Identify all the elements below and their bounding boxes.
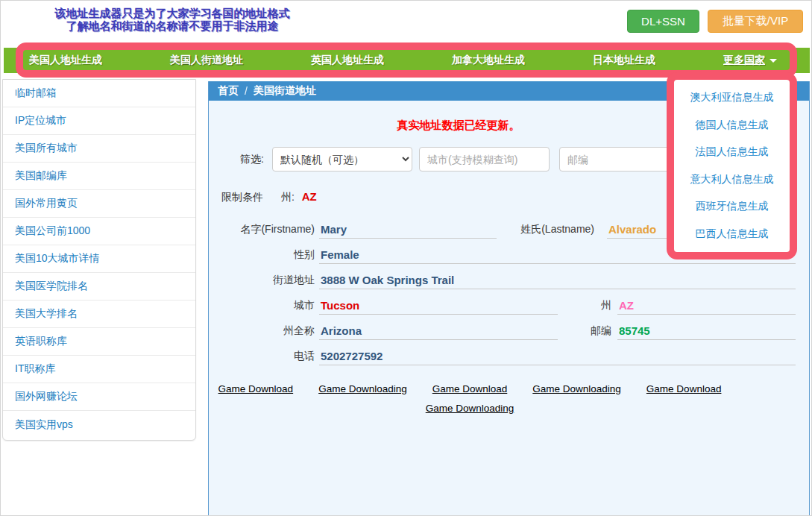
constraint-label: 限制条件 [221, 191, 263, 203]
form-row-statefull-zip: 州全称 Arizona 邮编 85745 [209, 321, 796, 341]
firstname-value: Mary [319, 220, 497, 239]
dropdown-item-germany[interactable]: 德国人信息生成 [696, 119, 769, 132]
warning-line-1: 该地址生成器只是为了大家学习各国的地址格式 [23, 7, 321, 19]
phone-value: 5202727592 [319, 347, 796, 365]
sidebar-item-us-top10-cities[interactable]: 美国10大城市详情 [3, 245, 195, 273]
nav-item-us-address[interactable]: 美国人地址生成 [29, 54, 102, 67]
street-value: 3888 W Oak Springs Trail [319, 271, 796, 289]
more-countries-label: 更多国家 [723, 54, 765, 67]
game-download-link[interactable]: Game Downloading [532, 383, 621, 394]
constraint-state-label: 州: [281, 191, 295, 203]
zip-label: 邮编 [537, 324, 611, 338]
game-links-row2: Game Downloading [209, 403, 731, 414]
filter-select[interactable]: 默认随机（可选） [272, 147, 412, 172]
sidebar-item-us-all-cities[interactable]: 美国所有城市 [3, 135, 195, 163]
state-full-label: 州全称 [209, 324, 315, 338]
sidebar-item-us-top1000[interactable]: 美国公司前1000 [3, 218, 195, 245]
sidebar-item-med-school-rank[interactable]: 美国医学院排名 [3, 273, 195, 301]
sidebar-item-forums[interactable]: 国外网赚论坛 [3, 383, 195, 411]
sidebar: 临时邮箱 IP定位城市 美国所有城市 美国邮编库 国外常用黄页 美国公司前100… [2, 79, 196, 441]
nav-item-japan-address[interactable]: 日本地址生成 [593, 54, 655, 67]
state-value: AZ [617, 296, 796, 315]
lastname-label: 姓氏(Lastname) [500, 223, 594, 236]
constraint-state-value: AZ [302, 190, 317, 203]
page-container: 该地址生成器只是为了大家学习各国的地址格式 了解地名和街道的名称请不要用于非法用… [0, 0, 812, 516]
dl-ssn-button[interactable]: DL+SSN [627, 10, 699, 33]
constraint-row: 限制条件 州: AZ [221, 190, 317, 204]
update-notice: 真实地址数据已经更新。 [209, 119, 708, 133]
street-label: 街道地址 [209, 274, 315, 287]
dropdown-item-spain[interactable]: 西班牙信息生成 [696, 200, 769, 213]
header-warning: 该地址生成器只是为了大家学习各国的地址格式 了解地名和街道的名称请不要用于非法用… [23, 7, 321, 32]
dropdown-item-italy[interactable]: 意大利人信息生成 [690, 173, 774, 186]
sidebar-item-us-vps[interactable]: 美国实用vps [3, 411, 195, 438]
dropdown-item-brazil[interactable]: 巴西人信息生成 [696, 227, 769, 241]
state-label: 州 [537, 299, 611, 312]
sidebar-item-yellow-pages[interactable]: 国外常用黄页 [3, 190, 195, 218]
breadcrumb-separator: / [245, 85, 248, 97]
game-download-link[interactable]: Game Downloading [426, 403, 514, 414]
sidebar-item-ip-city[interactable]: IP定位城市 [3, 107, 195, 135]
breadcrumb-home[interactable]: 首页 [218, 84, 239, 98]
form-row-city-state: 城市 Tucson 州 AZ [209, 296, 796, 315]
gender-label: 性别 [209, 248, 315, 262]
dropdown-item-france[interactable]: 法国人信息生成 [696, 145, 769, 159]
game-download-link[interactable]: Game Download [432, 383, 508, 394]
form-row-street: 街道地址 3888 W Oak Springs Trail [209, 271, 796, 290]
batch-download-vip-button[interactable]: 批量下载/VIP [708, 10, 803, 33]
phone-label: 电话 [209, 350, 315, 363]
nav-item-uk-address[interactable]: 英国人地址生成 [311, 54, 384, 67]
breadcrumb-current: 美国街道地址 [254, 84, 316, 98]
sidebar-item-english-titles[interactable]: 英语职称库 [3, 328, 195, 356]
game-links-row1: Game Download Game Downloading Game Down… [209, 383, 731, 394]
city-label: 城市 [209, 299, 315, 312]
game-download-link[interactable]: Game Downloading [318, 383, 407, 394]
state-full-value: Arizona [319, 321, 558, 340]
game-download-link[interactable]: Game Download [646, 383, 722, 394]
firstname-label: 名字(Firstname) [209, 223, 315, 236]
nav-item-more-countries[interactable]: 更多国家 [723, 54, 777, 67]
city-input[interactable] [419, 147, 550, 172]
main-nav: 美国人地址生成 美国人街道地址 英国人地址生成 加拿大地址生成 日本地址生成 更… [4, 48, 810, 73]
sidebar-item-temp-mail[interactable]: 临时邮箱 [3, 80, 195, 107]
sidebar-item-it-titles[interactable]: IT职称库 [3, 356, 195, 383]
nav-item-canada-address[interactable]: 加拿大地址生成 [452, 54, 525, 67]
dropdown-item-australia[interactable]: 澳大利亚信息生成 [690, 91, 774, 104]
chevron-down-icon [769, 59, 777, 63]
warning-line-2: 了解地名和街道的名称请不要用于非法用途 [23, 19, 321, 32]
city-value: Tucson [319, 296, 558, 315]
sidebar-item-university-rank[interactable]: 美国大学排名 [3, 301, 195, 328]
game-download-link[interactable]: Game Download [218, 383, 294, 394]
zip-input[interactable] [559, 147, 670, 172]
zip-value: 85745 [617, 321, 796, 340]
sidebar-item-us-zip-db[interactable]: 美国邮编库 [3, 163, 195, 190]
nav-item-us-street-address[interactable]: 美国人街道地址 [170, 54, 243, 67]
filter-label: 筛选: [240, 153, 264, 166]
more-countries-dropdown: 澳大利亚信息生成 德国人信息生成 法国人信息生成 意大利人信息生成 西班牙信息生… [674, 80, 790, 252]
form-row-phone: 电话 5202727592 [209, 347, 796, 366]
